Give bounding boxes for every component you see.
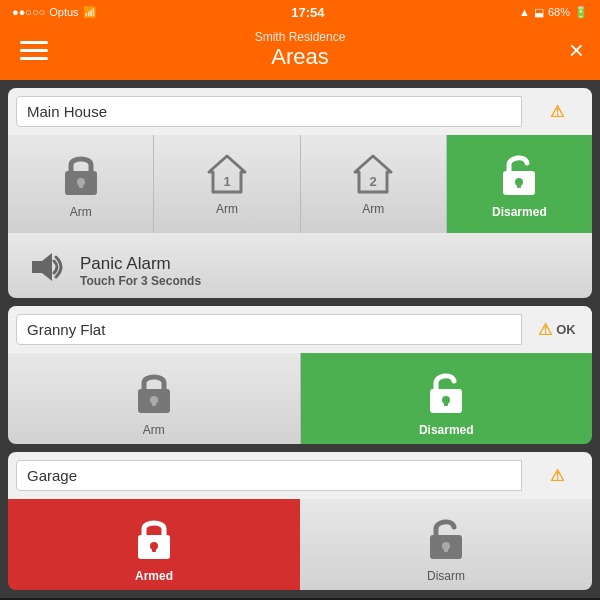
header-subtitle: Smith Residence — [52, 30, 548, 44]
armed-label-garage: Armed — [135, 569, 173, 583]
lock-icon-granny-arm — [132, 367, 176, 417]
open-lock-icon-disarm-garage — [424, 513, 468, 563]
house2-icon: 2 — [351, 152, 395, 196]
svg-rect-16 — [444, 400, 448, 406]
status-bar: ●●○○○ Optus 📶 17:54 ▲ ⬓ 68% 🔋 — [0, 0, 600, 24]
area-header-garage: Garage ⚠ — [8, 452, 592, 499]
menu-button[interactable] — [16, 37, 52, 64]
disarmed-label: Disarmed — [492, 205, 547, 219]
disarmed-label-granny: Disarmed — [419, 423, 474, 437]
buttons-row-granny-flat: Arm Disarmed — [8, 353, 592, 444]
open-lock-icon-granny — [424, 367, 468, 417]
warning-icon-main-house: ⚠ — [550, 102, 564, 121]
header-title: Areas — [52, 44, 548, 70]
svg-rect-19 — [152, 546, 156, 552]
arm-label: Arm — [70, 205, 92, 219]
bluetooth-icon: ⬓ — [534, 6, 544, 19]
header-title-block: Smith Residence Areas — [52, 30, 548, 70]
house1-icon: 1 — [205, 152, 249, 196]
close-button[interactable]: × — [548, 35, 584, 66]
area-header-granny-flat: Granny Flat ⚠ OK — [8, 306, 592, 353]
svg-rect-13 — [152, 400, 156, 406]
lock-icon-armed-garage — [132, 513, 176, 563]
buttons-row-main-house: Arm 1 Arm 2 Arm — [8, 135, 592, 233]
panic-title: Panic Alarm — [80, 254, 576, 274]
scroll-area: Main House ⚠ Arm 1 — [0, 80, 600, 598]
area-status-garage: ⚠ — [522, 458, 592, 493]
arm-label-granny: Arm — [143, 423, 165, 437]
arm1-label: Arm — [216, 202, 238, 216]
app-header: Smith Residence Areas × — [0, 24, 600, 80]
svg-rect-2 — [79, 182, 83, 188]
svg-rect-9 — [517, 182, 521, 188]
warning-icon-garage: ⚠ — [550, 466, 564, 485]
carrier-label: Optus — [49, 6, 78, 18]
arm-button-main-house[interactable]: Arm — [8, 135, 154, 233]
disarmed-button-main-house[interactable]: Disarmed — [447, 135, 592, 233]
area-header-main-house: Main House ⚠ — [8, 88, 592, 135]
open-lock-icon-disarmed — [497, 149, 541, 199]
signal-dots: ●●○○○ — [12, 6, 45, 18]
wifi-icon: 📶 — [83, 6, 97, 19]
battery-label: 68% — [548, 6, 570, 18]
area-status-main-house: ⚠ — [522, 94, 592, 129]
battery-icon: 🔋 — [574, 6, 588, 19]
area-card-main-house: Main House ⚠ Arm 1 — [8, 88, 592, 298]
svg-text:1: 1 — [223, 174, 230, 189]
hamburger-line-3 — [20, 57, 48, 60]
disarm-button-garage[interactable]: Disarm — [300, 499, 592, 590]
hamburger-line-1 — [20, 41, 48, 44]
ok-text-granny-flat: OK — [556, 322, 576, 337]
hamburger-line-2 — [20, 49, 48, 52]
status-right: ▲ ⬓ 68% 🔋 — [519, 6, 588, 19]
arm2-button-main-house[interactable]: 2 Arm — [301, 135, 447, 233]
speaker-icon — [24, 247, 64, 295]
area-name-garage: Garage — [16, 460, 522, 491]
disarm-label-garage: Disarm — [427, 569, 465, 583]
svg-text:2: 2 — [370, 174, 377, 189]
area-status-granny-flat: ⚠ OK — [522, 312, 592, 347]
arm-button-granny-flat[interactable]: Arm — [8, 353, 301, 444]
disarmed-button-granny-flat[interactable]: Disarmed — [301, 353, 593, 444]
arm2-label: Arm — [362, 202, 384, 216]
area-card-garage: Garage ⚠ Armed — [8, 452, 592, 590]
time-label: 17:54 — [291, 5, 324, 20]
arm1-button-main-house[interactable]: 1 Arm — [154, 135, 300, 233]
area-name-main-house: Main House — [16, 96, 522, 127]
buttons-row-garage: Armed Disarm — [8, 499, 592, 590]
warning-icon-granny-flat: ⚠ — [538, 320, 552, 339]
panic-alarm-button[interactable]: Panic Alarm Touch For 3 Seconds — [8, 233, 592, 298]
svg-marker-10 — [32, 253, 52, 281]
area-card-granny-flat: Granny Flat ⚠ OK Arm — [8, 306, 592, 444]
panic-text-block: Panic Alarm Touch For 3 Seconds — [80, 254, 576, 288]
svg-rect-22 — [444, 546, 448, 552]
panic-subtitle: Touch For 3 Seconds — [80, 274, 576, 288]
area-name-granny-flat: Granny Flat — [16, 314, 522, 345]
status-left: ●●○○○ Optus 📶 — [12, 6, 97, 19]
lock-icon-arm — [59, 149, 103, 199]
armed-button-garage[interactable]: Armed — [8, 499, 300, 590]
location-icon: ▲ — [519, 6, 530, 18]
